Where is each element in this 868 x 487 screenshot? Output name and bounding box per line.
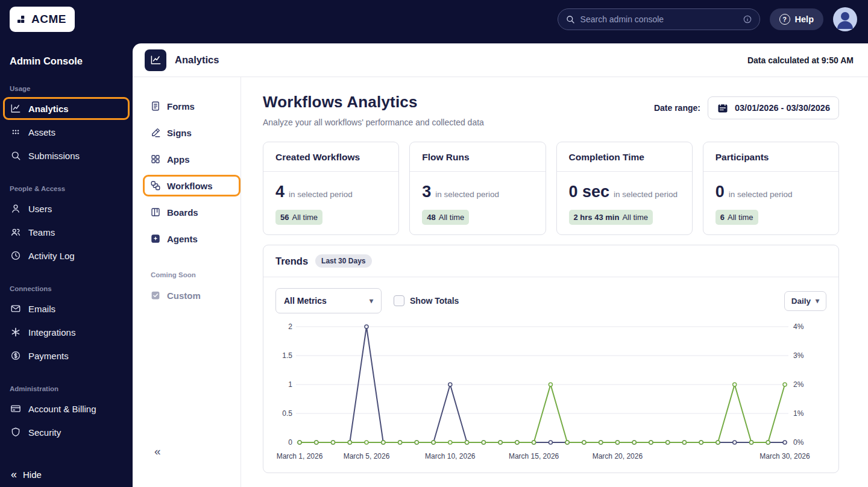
sidebar-item-label: Integrations xyxy=(28,327,75,338)
date-range-picker[interactable]: 03/01/2026 - 03/30/2026 xyxy=(708,96,839,119)
assets-grid-icon xyxy=(10,127,21,137)
trends-controls: All Metrics ▾ Show Totals Daily ▾ xyxy=(263,277,838,317)
stat-caption: in selected period xyxy=(729,190,793,199)
stat-value: 3 xyxy=(422,183,431,201)
sidebar-item-users[interactable]: Users xyxy=(3,197,130,220)
signature-pen-icon xyxy=(150,127,161,138)
svg-text:1: 1 xyxy=(288,380,292,389)
sidebar-item-submissions[interactable]: Submissions xyxy=(3,144,130,167)
hide-sidebar-button[interactable]: « Hide xyxy=(11,469,42,480)
subnav-item-label: Custom xyxy=(167,291,201,301)
stat-caption: in selected period xyxy=(435,190,499,199)
agent-sparkle-icon xyxy=(150,233,161,244)
stat-value: 0 sec xyxy=(569,183,610,201)
trends-title: Trends xyxy=(275,256,308,267)
interval-select[interactable]: Daily ▾ xyxy=(784,291,826,311)
svg-text:March 15, 2026: March 15, 2026 xyxy=(509,452,559,460)
checkbox-check-icon xyxy=(150,290,161,301)
collapse-subnav-button[interactable]: « xyxy=(154,445,241,458)
subnav-item-workflows[interactable]: Workflows xyxy=(143,175,241,196)
subnav-item-apps[interactable]: Apps xyxy=(143,148,241,170)
svg-text:March 1, 2026: March 1, 2026 xyxy=(277,452,323,460)
sidebar-item-emails[interactable]: Emails xyxy=(3,297,130,320)
subnav-item-label: Apps xyxy=(167,154,190,165)
search-box[interactable] xyxy=(558,8,760,30)
metrics-select[interactable]: All Metrics ▾ xyxy=(275,288,382,313)
sidebar-item-teams[interactable]: Teams xyxy=(3,221,130,244)
sidebar-item-label: Payments xyxy=(28,351,69,361)
subnav-item-signs[interactable]: Signs xyxy=(143,122,241,143)
topbar-right: ? Help xyxy=(558,7,857,31)
sidebar-item-label: Submissions xyxy=(28,151,80,161)
panel-header: Analytics Data calculated at 9:50 AM xyxy=(133,43,868,77)
chart-line-icon xyxy=(10,103,21,114)
topbar: ACME ? Help xyxy=(0,0,868,39)
brand-logo[interactable]: ACME xyxy=(10,7,75,32)
stat-card-title: Flow Runs xyxy=(410,142,545,172)
subnav-item-agents[interactable]: Agents xyxy=(143,228,241,250)
workflow-icon xyxy=(150,180,161,191)
sidebar-item-account-billing[interactable]: Account & Billing xyxy=(3,397,130,420)
sidebar-item-payments[interactable]: Payments xyxy=(3,344,130,367)
envelope-icon xyxy=(10,303,21,314)
sidebar-item-activity-log[interactable]: Activity Log xyxy=(3,244,130,267)
calendar-icon xyxy=(717,102,729,114)
subnav-item-custom[interactable]: Custom xyxy=(143,284,241,306)
sidebar: Admin Console Usage Analytics Assets Sub… xyxy=(0,39,133,487)
question-icon: ? xyxy=(779,14,790,25)
section-label-people: People & Access xyxy=(10,185,123,192)
coming-soon-label: Coming Soon xyxy=(151,271,241,278)
sidebar-item-security[interactable]: Security xyxy=(3,421,130,444)
interval-select-value: Daily xyxy=(791,297,811,306)
sidebar-item-integrations[interactable]: Integrations xyxy=(3,321,130,344)
svg-text:0.5: 0.5 xyxy=(282,409,292,418)
stat-card-title: Participants xyxy=(703,142,838,172)
svg-text:1%: 1% xyxy=(793,409,804,418)
subnav-item-label: Boards xyxy=(167,207,198,218)
all-time-badge: 56All time xyxy=(275,210,322,225)
sidebar-item-assets[interactable]: Assets xyxy=(3,121,130,143)
trend-chart-area: 00%0.51%12%1.53%24%March 1, 2026March 5,… xyxy=(263,317,838,473)
grid-icon xyxy=(150,154,161,165)
subnav-item-label: Forms xyxy=(167,101,195,112)
asterisk-icon xyxy=(10,327,21,338)
hide-label: Hide xyxy=(23,470,42,480)
trends-header: Trends Last 30 Days xyxy=(263,245,838,277)
chevron-left-double-icon: « xyxy=(11,469,17,480)
sidebar-item-label: Assets xyxy=(28,127,55,137)
user-avatar[interactable] xyxy=(833,7,857,31)
analytics-subnav: Forms Signs Apps Workflows xyxy=(133,77,241,487)
stat-value: 4 xyxy=(275,183,285,201)
acme-logo-icon xyxy=(16,14,27,25)
page-title: Workflows Analytics xyxy=(263,93,484,112)
clock-icon xyxy=(10,250,21,261)
shell: Admin Console Usage Analytics Assets Sub… xyxy=(0,39,868,487)
trends-panel: Trends Last 30 Days All Metrics ▾ Show T… xyxy=(263,245,839,473)
section-label-administration: Administration xyxy=(10,385,123,392)
chevron-down-icon: ▾ xyxy=(816,297,819,305)
help-button[interactable]: ? Help xyxy=(770,8,823,30)
svg-text:March 5, 2026: March 5, 2026 xyxy=(344,452,390,460)
panel-body: Forms Signs Apps Workflows xyxy=(133,77,868,487)
stat-card-title: Created Workflows xyxy=(263,142,398,172)
sidebar-title: Admin Console xyxy=(10,55,123,67)
svg-text:March 10, 2026: March 10, 2026 xyxy=(425,452,476,460)
metrics-select-value: All Metrics xyxy=(284,296,327,306)
svg-text:4%: 4% xyxy=(793,322,804,331)
subnav-item-boards[interactable]: Boards xyxy=(143,201,241,223)
shield-icon xyxy=(10,427,21,438)
user-icon xyxy=(10,203,21,214)
info-icon[interactable] xyxy=(743,14,752,24)
stat-caption: in selected period xyxy=(289,190,353,199)
subnav-item-forms[interactable]: Forms xyxy=(143,95,241,117)
sidebar-item-analytics[interactable]: Analytics xyxy=(3,97,130,120)
all-time-badge: 48All time xyxy=(422,210,469,225)
main-panel: Analytics Data calculated at 9:50 AM For… xyxy=(133,43,868,487)
show-totals-checkbox[interactable] xyxy=(394,295,404,306)
search-icon xyxy=(565,14,575,24)
stat-card-created-workflows: Created Workflows 4in selected period 56… xyxy=(263,142,399,235)
svg-text:March 30, 2026: March 30, 2026 xyxy=(760,452,810,460)
search-input[interactable] xyxy=(580,14,737,24)
sidebar-item-label: Activity Log xyxy=(28,251,75,261)
chevron-down-icon: ▾ xyxy=(370,297,373,305)
